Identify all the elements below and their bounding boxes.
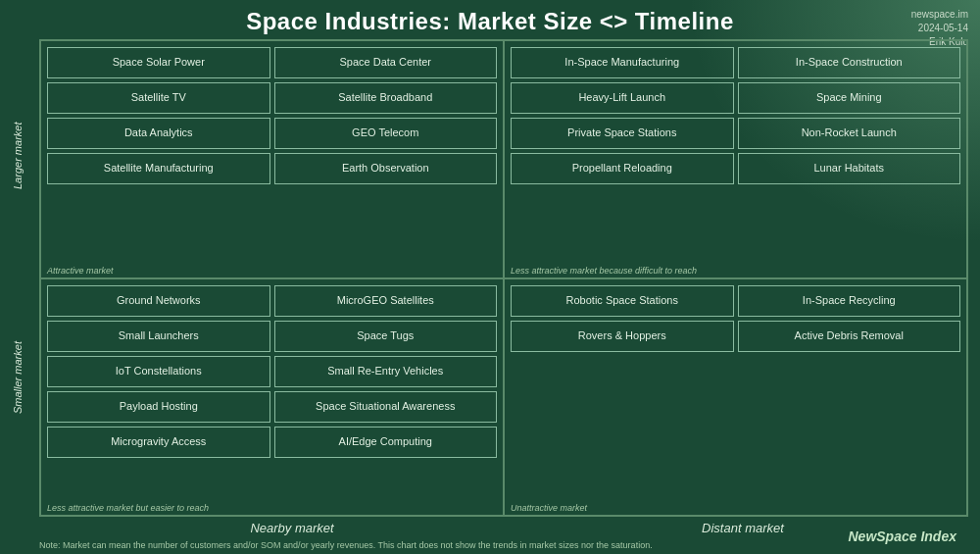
y-axis-smaller-label: Smaller market — [12, 275, 39, 480]
quadrant-bottom-right: Robotic Space StationsIn-Space Recycling… — [504, 278, 967, 517]
item-box: Lunar Habitats — [738, 153, 961, 184]
item-box: Rovers & Hoppers — [511, 321, 734, 352]
item-box: Heavy-Lift Launch — [511, 82, 734, 114]
main-title: Space Industries: Market Size <> Timelin… — [12, 8, 968, 35]
footer: Note: Market can mean the number of cust… — [12, 537, 968, 550]
item-box: Propellant Reloading — [511, 153, 734, 184]
item-box: IoT Constellations — [47, 356, 270, 387]
item-box: Non-Rocket Launch — [738, 118, 961, 149]
item-box: Space Situational Awareness — [274, 391, 498, 423]
item-box: GEO Telecom — [274, 118, 498, 149]
quadrant-bottom-left: Ground NetworksMicroGEO SatellitesSmall … — [40, 278, 504, 517]
items-grid-bottom-left: Ground NetworksMicroGEO SatellitesSmall … — [47, 285, 497, 510]
footer-brand: NewSpace Index — [849, 529, 957, 544]
y-axis-larger-label: Larger market — [12, 53, 39, 259]
item-box: Robotic Space Stations — [511, 285, 734, 317]
items-grid-bottom-right: Robotic Space StationsIn-Space Recycling… — [511, 285, 960, 510]
item-box: Active Debris Removal — [738, 321, 961, 352]
item-box: Satellite TV — [47, 82, 270, 114]
item-box: Private Space Stations — [511, 118, 734, 149]
item-box: MicroGEO Satellites — [274, 285, 498, 317]
items-grid-top-right: In-Space ManufacturingIn-Space Construct… — [511, 47, 960, 272]
item-box: Space Mining — [738, 82, 961, 114]
x-axis-spacer — [39, 519, 67, 537]
item-box: Payload Hosting — [47, 391, 270, 423]
grid-wrapper: Space Solar PowerSpace Data CenterSatell… — [39, 39, 968, 537]
item-box: Small Re-Entry Vehicles — [274, 356, 498, 387]
item-box: Microgravity Access — [47, 427, 270, 458]
item-box: Satellite Broadband — [274, 82, 498, 114]
quadrant-top-left: Space Solar PowerSpace Data CenterSatell… — [40, 40, 504, 278]
item-box: In-Space Construction — [738, 47, 961, 78]
item-box: Space Data Center — [274, 47, 498, 78]
item-box: Space Tugs — [274, 321, 498, 352]
items-grid-top-left: Space Solar PowerSpace Data CenterSatell… — [47, 47, 497, 272]
item-box: AI/Edge Computing — [274, 427, 498, 458]
item-box: In-Space Recycling — [738, 285, 961, 317]
quadrant-bottom-right-label: Unattractive market — [511, 503, 587, 513]
quadrant-top-right: In-Space ManufacturingIn-Space Construct… — [504, 40, 967, 278]
quadrant-bottom-left-label: Less attractive market but easier to rea… — [47, 503, 209, 513]
item-box: Earth Observation — [274, 153, 498, 184]
item-box: Small Launchers — [47, 321, 270, 352]
item-box: Data Analytics — [47, 118, 270, 149]
quadrant-top-right-label: Less attractive market because difficult… — [511, 266, 697, 276]
quadrant-top-left-label: Attractive market — [47, 266, 114, 276]
item-box: Space Solar Power — [47, 47, 270, 78]
header: Space Industries: Market Size <> Timelin… — [12, 8, 968, 35]
item-box: Satellite Manufacturing — [47, 153, 270, 184]
item-box: Ground Networks — [47, 285, 270, 317]
footer-note: Note: Market can mean the number of cust… — [12, 537, 968, 550]
chart-area: Larger market Smaller market Space Solar… — [12, 39, 968, 537]
grid-container: Space Solar PowerSpace Data CenterSatell… — [39, 39, 968, 517]
page-wrapper: Space Industries: Market Size <> Timelin… — [0, 0, 980, 554]
x-axis-labels: Nearby market Distant market — [39, 519, 968, 537]
item-box: In-Space Manufacturing — [511, 47, 734, 78]
x-axis-nearby-label: Nearby market — [67, 519, 517, 537]
